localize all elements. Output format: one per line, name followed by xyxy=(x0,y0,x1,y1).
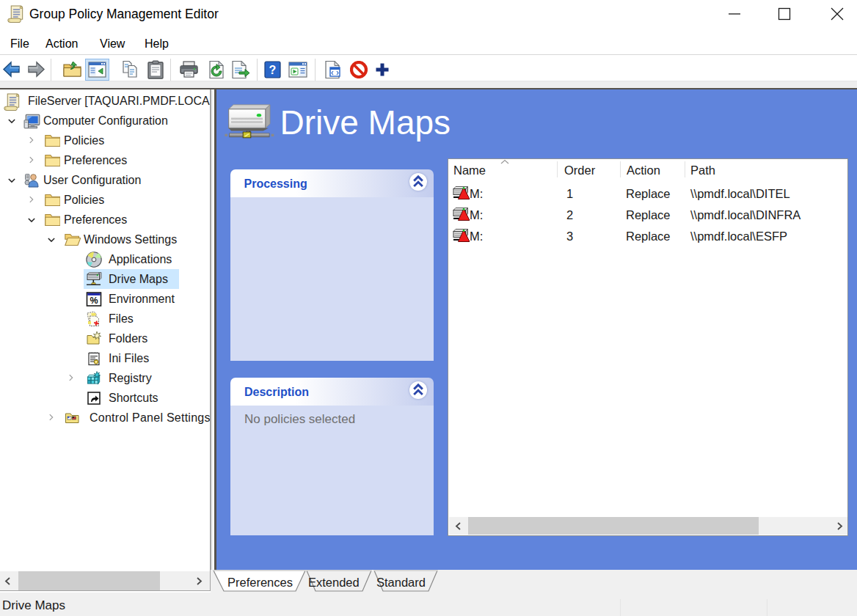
svg-text:Standard: Standard xyxy=(376,576,426,589)
svg-text:?: ? xyxy=(269,64,277,76)
svg-text:Extended: Extended xyxy=(308,576,360,589)
svg-text:Preferences: Preferences xyxy=(227,576,293,589)
